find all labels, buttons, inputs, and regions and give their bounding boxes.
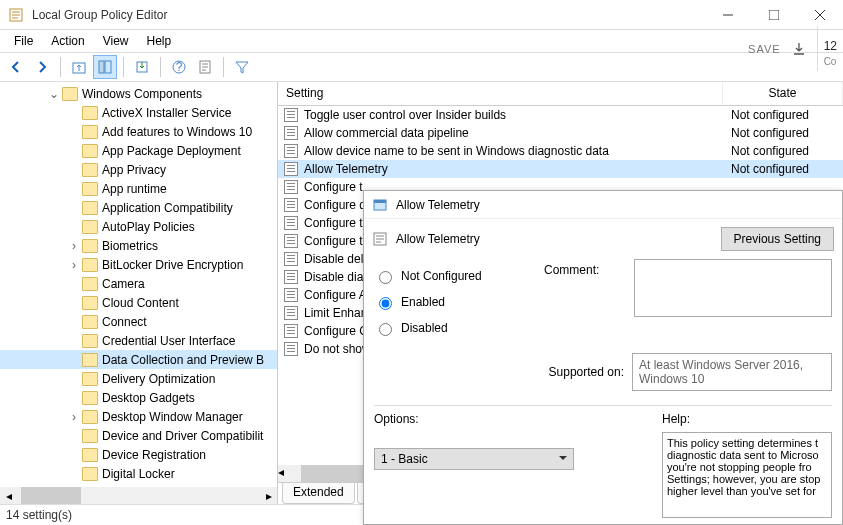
tree-item[interactable]: Delivery Optimization	[0, 369, 277, 388]
tree-item-label: Biometrics	[102, 239, 162, 253]
window-title: Local Group Policy Editor	[32, 8, 705, 22]
tree-twisty-icon[interactable]: ›	[66, 410, 82, 424]
policy-list-row[interactable]: Allow commercial data pipelineNot config…	[278, 124, 843, 142]
tree-item-label: Camera	[102, 277, 149, 291]
back-button[interactable]	[4, 55, 28, 79]
policy-icon	[284, 126, 298, 140]
options-label: Options:	[374, 412, 652, 426]
tree-item[interactable]: ›Desktop Window Manager	[0, 407, 277, 426]
menu-view[interactable]: View	[95, 32, 137, 50]
radio-disabled[interactable]: Disabled	[374, 315, 534, 341]
tree-item[interactable]: Data Collection and Preview B	[0, 350, 277, 369]
tree-item[interactable]: ActiveX Installer Service	[0, 103, 277, 122]
col-header-state[interactable]: State	[723, 82, 843, 105]
tree-twisty-icon[interactable]: ›	[66, 239, 82, 253]
help-button[interactable]: ?	[167, 55, 191, 79]
download-icon[interactable]	[791, 41, 807, 57]
up-button[interactable]	[67, 55, 91, 79]
policy-icon	[284, 162, 298, 176]
save-label[interactable]: SAVE	[748, 43, 781, 55]
menu-file[interactable]: File	[6, 32, 41, 50]
tree-item[interactable]: Camera	[0, 274, 277, 293]
policy-icon	[284, 108, 298, 122]
tree-item[interactable]: App runtime	[0, 179, 277, 198]
menu-help[interactable]: Help	[139, 32, 180, 50]
policy-icon	[284, 198, 298, 212]
folder-icon	[82, 334, 98, 348]
options-dropdown[interactable]: 1 - Basic	[374, 448, 574, 470]
radio-not-configured[interactable]: Not Configured	[374, 263, 534, 289]
policy-icon	[284, 234, 298, 248]
tree-item[interactable]: Device and Driver Compatibilit	[0, 426, 277, 445]
toolbar: ?	[0, 52, 843, 82]
tree-item-label: Cloud Content	[102, 296, 183, 310]
tree-item[interactable]: Edge UI	[0, 483, 277, 484]
dialog-title: Allow Telemetry	[396, 198, 480, 212]
forward-button[interactable]	[30, 55, 54, 79]
tree-item-label: BitLocker Drive Encryption	[102, 258, 247, 272]
col-header-setting[interactable]: Setting	[278, 82, 723, 105]
count-box: 12Co	[817, 26, 843, 71]
tree-item-label: Data Collection and Preview B	[102, 353, 268, 367]
folder-icon	[82, 372, 98, 386]
tree-item[interactable]: Cloud Content	[0, 293, 277, 312]
tree-root-label[interactable]: Windows Components	[82, 87, 206, 101]
tree-hscrollbar[interactable]: ◂▸	[0, 487, 277, 504]
tree-item[interactable]: Add features to Windows 10	[0, 122, 277, 141]
tab-extended[interactable]: Extended	[282, 483, 355, 504]
tree-item[interactable]: Digital Locker	[0, 464, 277, 483]
policy-icon	[284, 288, 298, 302]
radio-enabled[interactable]: Enabled	[374, 289, 534, 315]
tree-item[interactable]: App Package Deployment	[0, 141, 277, 160]
tree-item-label: App runtime	[102, 182, 171, 196]
policy-list-row[interactable]: Allow TelemetryNot configured	[278, 160, 843, 178]
tree-twisty-icon[interactable]: ›	[66, 258, 82, 272]
tree-item-label: Device and Driver Compatibilit	[102, 429, 267, 443]
menu-action[interactable]: Action	[43, 32, 92, 50]
folder-icon	[82, 220, 98, 234]
tree-item-label: App Privacy	[102, 163, 170, 177]
menubar: File Action View Help	[0, 30, 843, 52]
folder-icon	[82, 182, 98, 196]
svg-rect-4	[105, 61, 111, 73]
show-hide-tree-button[interactable]	[93, 55, 117, 79]
supported-on-value: At least Windows Server 2016, Windows 10	[632, 353, 832, 391]
policy-icon	[284, 324, 298, 338]
previous-setting-button[interactable]: Previous Setting	[721, 227, 834, 251]
folder-icon	[82, 277, 98, 291]
tree-item-label: ActiveX Installer Service	[102, 106, 235, 120]
tree-item[interactable]: AutoPlay Policies	[0, 217, 277, 236]
tree-item[interactable]: App Privacy	[0, 160, 277, 179]
svg-rect-10	[374, 200, 386, 203]
tree-item[interactable]: ›Biometrics	[0, 236, 277, 255]
comment-textarea[interactable]	[634, 259, 832, 317]
help-text: This policy setting determines t diagnos…	[662, 432, 832, 518]
policy-icon	[284, 216, 298, 230]
tree-item-label: Delivery Optimization	[102, 372, 219, 386]
tree-item[interactable]: Desktop Gadgets	[0, 388, 277, 407]
policy-dialog: Allow Telemetry Allow Telemetry Previous…	[363, 190, 843, 525]
tree-item[interactable]: ›BitLocker Drive Encryption	[0, 255, 277, 274]
folder-icon	[82, 315, 98, 329]
policy-icon	[284, 144, 298, 158]
tree-item[interactable]: Device Registration	[0, 445, 277, 464]
folder-icon	[82, 106, 98, 120]
policy-state: Not configured	[723, 126, 843, 140]
folder-icon	[82, 201, 98, 215]
svg-text:?: ?	[176, 60, 183, 74]
properties-button[interactable]	[193, 55, 217, 79]
minimize-button[interactable]	[705, 0, 751, 30]
policy-state: Not configured	[723, 162, 843, 176]
tree-item[interactable]: Connect	[0, 312, 277, 331]
folder-icon	[62, 87, 78, 101]
filter-button[interactable]	[230, 55, 254, 79]
policy-list-row[interactable]: Toggle user control over Insider buildsN…	[278, 106, 843, 124]
tree-item[interactable]: Credential User Interface	[0, 331, 277, 350]
policy-list-row[interactable]: Allow device name to be sent in Windows …	[278, 142, 843, 160]
policy-state: Not configured	[723, 108, 843, 122]
folder-icon	[82, 410, 98, 424]
tree-item[interactable]: Application Compatibility	[0, 198, 277, 217]
tree-twisty-icon[interactable]: ⌄	[46, 87, 62, 101]
export-button[interactable]	[130, 55, 154, 79]
folder-icon	[82, 448, 98, 462]
